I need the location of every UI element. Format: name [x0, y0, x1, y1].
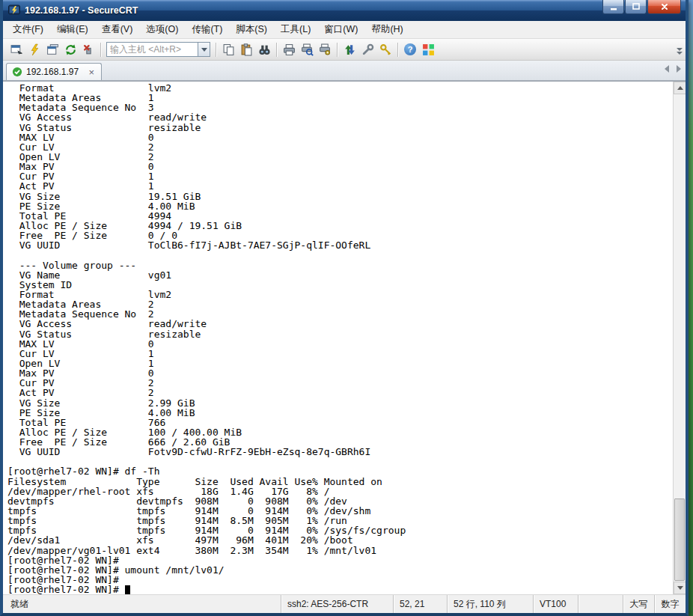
tab-scroll-left-icon[interactable] — [665, 65, 669, 73]
menu-item[interactable]: 文件(F) — [6, 21, 50, 38]
terminal-line: System ID — [7, 280, 673, 290]
file-transfer-icon[interactable] — [341, 41, 358, 58]
help-glyph: ? — [404, 43, 416, 55]
quick-connect-host-box — [106, 42, 210, 57]
window-title: 192.168.1.97 - SecureCRT — [25, 5, 138, 16]
scrollbar-thumb[interactable] — [674, 498, 685, 581]
securecrt-window: 192.168.1.97 - SecureCRT 文件(F)编辑(E)查看(V)… — [0, 0, 689, 616]
terminal-line: Cur LV 1 — [7, 349, 673, 359]
toolbar-overflow-button[interactable] — [676, 45, 683, 58]
terminal-line: [root@rhel7-02 WN]# df -Th — [7, 466, 673, 476]
status-emulation: VT100 — [533, 595, 578, 613]
connect-in-tab-icon[interactable] — [43, 41, 61, 58]
terminal-line: Filesystem Type Size Used Avail Use% Mou… — [7, 477, 673, 487]
terminal-line: VG Access read/write — [7, 112, 673, 122]
session-options-icon[interactable] — [358, 41, 376, 58]
paste-icon[interactable] — [237, 41, 255, 58]
toolbar: ? — [3, 39, 686, 61]
host-dropdown-button[interactable] — [198, 42, 210, 57]
toolbar-separator — [276, 43, 277, 57]
host-input[interactable] — [106, 42, 198, 57]
scroll-down-icon[interactable] — [674, 582, 686, 594]
print-icon[interactable] — [280, 41, 298, 58]
terminal-line: /dev/sda1 xfs 497M 96M 401M 20% /boot — [7, 535, 673, 545]
terminal-line: VG UUID ToClB6-fI7j-AJBt-7AE7-SGjP-qlIF-… — [7, 240, 673, 250]
terminal-line: VG Status resizable — [7, 329, 673, 339]
close-button[interactable] — [647, 0, 681, 14]
terminal-cursor — [125, 585, 131, 594]
tab-scroll-right-icon[interactable] — [677, 65, 681, 73]
status-bar: 就绪 ssh2: AES-256-CTR 52, 21 52 行, 110 列 … — [3, 594, 686, 613]
terminal-line: VG Access read/write — [7, 319, 673, 329]
menu-item[interactable]: 工具(L) — [274, 21, 317, 38]
terminal-line — [7, 250, 673, 260]
terminal-line: [root@rhel7-02 WN]# — [7, 585, 673, 594]
terminal-line: VG Size 19.51 GiB — [7, 192, 673, 201]
menu-item[interactable]: 脚本(S) — [229, 21, 274, 38]
tab-bar: 192.168.1.97 × — [3, 61, 686, 81]
status-num-lock: 数字 — [654, 595, 686, 613]
copy-icon[interactable] — [219, 41, 237, 58]
terminal-line: VG Name vg01 — [7, 270, 673, 280]
securecrt-app-icon — [8, 4, 20, 16]
terminal-scrollbar[interactable] — [673, 82, 686, 594]
terminal-line: PE Size 4.00 MiB — [7, 201, 673, 211]
chevron-down-icon — [201, 48, 207, 52]
tab-close-icon[interactable]: × — [87, 68, 96, 76]
terminal-area[interactable]: Format lvm2 Metadata Areas 1 Metadata Se… — [3, 81, 686, 594]
menu-item[interactable]: 编辑(E) — [50, 21, 95, 38]
terminal-line: MAX LV 0 — [7, 339, 673, 349]
help-icon[interactable]: ? — [401, 41, 419, 58]
terminal-line: VG Status resizable — [7, 123, 673, 132]
maximize-button[interactable] — [625, 0, 647, 14]
menu-item[interactable]: 传输(T) — [185, 21, 229, 38]
menu-bar: 文件(F)编辑(E)查看(V)选项(O)传输(T)脚本(S)工具(L)窗口(W)… — [3, 21, 686, 39]
status-screen-size: 52 行, 110 列 — [447, 595, 533, 613]
menu-item[interactable]: 帮助(H) — [364, 21, 409, 38]
menu-item[interactable]: 选项(O) — [139, 21, 185, 38]
print-setup-icon[interactable] — [316, 41, 334, 58]
terminal-line: /dev/mapper/vg01-lv01 ext4 380M 2.3M 354… — [7, 546, 673, 555]
session-tab-label: 192.168.1.97 — [26, 67, 79, 77]
terminal-line: Total PE 4994 — [7, 211, 673, 221]
script-grid-icon[interactable] — [419, 41, 437, 58]
status-filler — [578, 595, 623, 613]
terminal-line: MAX LV 0 — [7, 132, 673, 142]
key-icon[interactable] — [376, 41, 394, 58]
terminal-line: [root@rhel7-02 WN]# — [7, 555, 673, 565]
toolbar-separator — [337, 43, 338, 57]
connected-check-icon — [12, 67, 22, 77]
minimize-button[interactable] — [602, 0, 624, 14]
menu-item[interactable]: 查看(V) — [95, 21, 140, 38]
reconnect-icon[interactable] — [61, 41, 79, 58]
terminal-line: /dev/mapper/rhel-root xfs 18G 1.4G 17G 8… — [7, 487, 673, 496]
terminal-line: Act PV 1 — [7, 181, 673, 191]
session-tab[interactable]: 192.168.1.97 × — [6, 63, 102, 80]
find-icon[interactable] — [255, 41, 273, 58]
terminal-line: Cur LV 2 — [7, 142, 673, 152]
terminal-output: Format lvm2 Metadata Areas 1 Metadata Se… — [3, 82, 673, 594]
status-cipher: ssh2: AES-256-CTR — [281, 595, 393, 613]
terminal-line: PE Size 4.00 MiB — [7, 408, 673, 418]
quick-connect-icon[interactable] — [25, 41, 43, 58]
terminal-line: VG Size 2.99 GiB — [7, 398, 673, 408]
menu-item[interactable]: 窗口(W) — [317, 21, 364, 38]
toolbar-separator — [100, 43, 101, 57]
status-cursor-position: 52, 21 — [393, 595, 447, 613]
terminal-line: VG UUID Fotv9D-cfwU-RrFZ-9EbH-eZsq-8e7q-… — [7, 447, 673, 457]
terminal-line: Total PE 766 — [7, 418, 673, 427]
print-preview-icon[interactable] — [298, 41, 316, 58]
disconnect-icon[interactable] — [79, 41, 97, 58]
terminal-line: Act PV 2 — [7, 388, 673, 397]
status-ready: 就绪 — [3, 595, 281, 613]
connect-icon[interactable] — [7, 41, 25, 58]
toolbar-separator — [397, 43, 398, 57]
title-bar[interactable]: 192.168.1.97 - SecureCRT — [3, 0, 686, 21]
status-caps-lock: 大写 — [623, 595, 654, 613]
scroll-up-icon[interactable] — [674, 82, 686, 94]
toolbar-separator — [216, 43, 216, 57]
terminal-line: --- Volume group --- — [7, 260, 673, 270]
